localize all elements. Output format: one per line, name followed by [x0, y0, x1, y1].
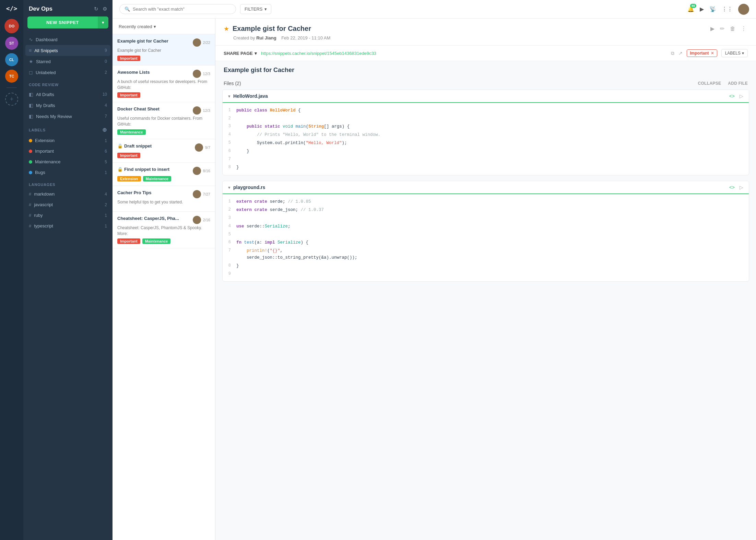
- sidebar-item-maintenance[interactable]: Maintenance 5: [25, 156, 110, 167]
- code-view-button[interactable]: <>: [729, 185, 735, 190]
- sidebar-nav: ∿ Dashboard ≡ All Snippets 9 ★ Starred 0…: [23, 34, 113, 78]
- snippet-item[interactable]: Example gist for Cacher 2/22 Example gis…: [113, 34, 215, 66]
- code-line: 7: [223, 155, 749, 163]
- languages-section-header: LANGUAGES: [23, 178, 113, 189]
- snippet-item[interactable]: 🔒 Find snippet to insert 8/16 Extension …: [113, 163, 215, 186]
- snippet-item[interactable]: Cheatsheet: CasperJS, Pha... 2/16 Cheats…: [113, 212, 215, 249]
- open-external-button[interactable]: ↗: [678, 50, 683, 56]
- sidebar-item-markdown[interactable]: # markdown 4: [25, 189, 110, 199]
- file-header-right: <> ▷: [729, 93, 743, 99]
- snippet-desc: Cheatsheet: CasperJS, PhantomJS & Spooky…: [117, 225, 210, 237]
- code-view-button[interactable]: <>: [729, 93, 735, 99]
- sidebar-item-javascript[interactable]: # javascript 2: [25, 199, 110, 210]
- add-team-button[interactable]: +: [5, 93, 18, 106]
- sidebar-item-starred[interactable]: ★ Starred 0: [25, 56, 110, 67]
- sidebar-item-label: ruby: [34, 213, 43, 218]
- labels-section-header: LABELS ⊕: [23, 122, 113, 135]
- sidebar-item-label: Extension: [35, 138, 55, 143]
- file-collapse-chevron[interactable]: ▾: [228, 94, 231, 99]
- sort-button[interactable]: Recently created ▾: [117, 23, 211, 31]
- sidebar-item-all-drafts[interactable]: ◧ All Drafts 10: [25, 89, 110, 100]
- bugs-dot: [29, 171, 32, 174]
- snippet-avatar: [193, 216, 201, 224]
- play-button[interactable]: ▶: [700, 6, 704, 12]
- star-button[interactable]: ★: [224, 25, 229, 33]
- markdown-count: 4: [105, 192, 107, 197]
- file-name: HelloWord.java: [233, 93, 268, 99]
- notifications-button[interactable]: 🔔 80: [687, 6, 694, 12]
- copy-url-button[interactable]: ⧉: [671, 50, 674, 56]
- more-action-button[interactable]: ⋮: [740, 24, 748, 33]
- code-line: 4 // Prints "Hello, World" to the termin…: [223, 131, 749, 139]
- top-header: 🔍 FILTERS ▾ 🔔 80 ▶ 📡 ⋮⋮: [113, 0, 756, 19]
- tag: Maintenance: [142, 238, 171, 244]
- team-avatar-cl[interactable]: CL: [5, 53, 18, 66]
- play-action-button[interactable]: ▶: [709, 24, 716, 33]
- team-avatar-st[interactable]: ST: [5, 37, 18, 50]
- snippet-tags: Maintenance: [117, 129, 210, 135]
- team-avatar-tc[interactable]: TC: [5, 70, 18, 83]
- code-line: 5 System.out.println("Hello, World");: [223, 139, 749, 147]
- settings-icon[interactable]: ⚙: [103, 6, 107, 12]
- code-line: 5: [223, 231, 749, 238]
- sidebar-item-extension[interactable]: Extension 1: [25, 135, 110, 146]
- grid-button[interactable]: ⋮⋮: [722, 6, 733, 12]
- edit-action-button[interactable]: ✏: [719, 24, 726, 33]
- share-page-button[interactable]: SHARE PAGE ▾: [224, 51, 257, 56]
- snippet-meta: 12/3: [193, 70, 210, 78]
- user-avatar[interactable]: [738, 4, 749, 15]
- add-file-button[interactable]: ADD FILE: [728, 81, 748, 86]
- file-collapse-chevron[interactable]: ▾: [228, 185, 231, 190]
- sidebar: Dev Ops ↻ ⚙ NEW SNIPPET ▾ ∿ Dashboard ≡ …: [23, 0, 113, 540]
- hash-icon: #: [29, 202, 31, 207]
- sidebar-item-all-snippets[interactable]: ≡ All Snippets 9: [25, 45, 110, 56]
- code-line: 6 }: [223, 147, 749, 155]
- code-review-label: CODE REVIEW: [29, 83, 59, 87]
- sidebar-item-label: javascript: [34, 202, 53, 207]
- remove-label-button[interactable]: ✕: [711, 51, 714, 56]
- sidebar-item-ruby[interactable]: # ruby 1: [25, 210, 110, 221]
- sidebar-item-dashboard[interactable]: ∿ Dashboard: [25, 34, 110, 45]
- file-header: ▾ HelloWord.java <> ▷: [223, 90, 749, 103]
- tag-icon: ◻: [29, 70, 33, 75]
- run-file-button[interactable]: ▷: [740, 93, 743, 99]
- unlabeled-count: 2: [105, 70, 107, 75]
- sort-label: Recently created: [119, 24, 152, 29]
- delete-action-button[interactable]: 🗑: [729, 24, 737, 33]
- snippet-item[interactable]: Docker Cheat Sheet 12/3 Useful commands …: [113, 102, 215, 139]
- hash-icon: #: [29, 191, 31, 197]
- run-file-button[interactable]: ▷: [740, 185, 743, 190]
- snippet-date: 7/27: [203, 192, 210, 196]
- new-snippet-dropdown[interactable]: ▾: [98, 16, 108, 28]
- snippet-item[interactable]: Cacher Pro Tips 7/27 Some helpful tips t…: [113, 186, 215, 212]
- labels-dropdown-button[interactable]: LABELS ▾: [721, 49, 748, 57]
- sidebar-item-needs-review[interactable]: ◧ Needs My Review 7: [25, 111, 110, 122]
- code-line: 6 fn test(a: impl Serialize) {: [223, 238, 749, 247]
- snippet-item-header: Awesome Lists 12/3: [117, 70, 210, 78]
- collapse-button[interactable]: COLLAPSE: [698, 81, 721, 86]
- sidebar-item-typescript[interactable]: # typescript 1: [25, 221, 110, 231]
- sidebar-item-important[interactable]: Important 6: [25, 146, 110, 156]
- add-label-button[interactable]: ⊕: [102, 127, 107, 133]
- filter-button[interactable]: FILTERS ▾: [240, 4, 271, 14]
- rss-button[interactable]: 📡: [709, 6, 716, 12]
- code-line: 8 }: [223, 163, 749, 172]
- languages-section-label: LANGUAGES: [29, 183, 55, 187]
- snippet-tags: Important: [117, 56, 210, 61]
- needs-review-count: 7: [105, 114, 107, 119]
- snippet-list-panel: Recently created ▾ Example gist for Cach…: [113, 19, 215, 540]
- workspace-avatar[interactable]: DO: [4, 19, 19, 33]
- snippet-meta: 2/16: [193, 216, 210, 224]
- sidebar-item-unlabeled[interactable]: ◻ Unlabeled 2: [25, 67, 110, 78]
- snippet-item[interactable]: 🔒 Draft snippet 9/7 Important: [113, 139, 215, 163]
- search-input[interactable]: [133, 7, 231, 12]
- new-snippet-button[interactable]: NEW SNIPPET: [27, 16, 98, 28]
- refresh-icon[interactable]: ↻: [94, 6, 98, 12]
- sidebar-item-label: typescript: [34, 223, 53, 228]
- snippet-item[interactable]: Awesome Lists 12/3 A bunch of useful res…: [113, 66, 215, 103]
- sidebar-item-bugs[interactable]: Bugs 1: [25, 167, 110, 178]
- label-pill: Important ✕: [687, 49, 717, 57]
- sidebar-item-my-drafts[interactable]: ◧ My Drafts 4: [25, 100, 110, 111]
- file-header-right: <> ▷: [729, 185, 743, 190]
- file-header: ▾ playground.rs <> ▷: [223, 181, 749, 194]
